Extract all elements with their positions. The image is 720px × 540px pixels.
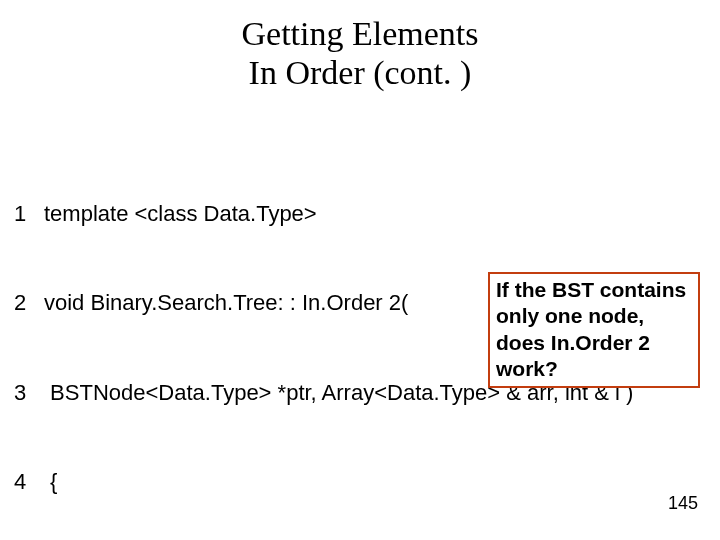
code-line: 4 {: [14, 467, 633, 497]
line-number: 3: [14, 378, 44, 408]
code-text: template <class Data.Type>: [44, 201, 317, 226]
title-line-2: In Order (cont. ): [0, 53, 720, 92]
code-line: 1template <class Data.Type>: [14, 199, 633, 229]
page-number: 145: [668, 493, 698, 514]
code-text: void Binary.Search.Tree: : In.Order 2(: [44, 290, 408, 315]
line-number: 4: [14, 467, 44, 497]
slide: Getting Elements In Order (cont. ) 1temp…: [0, 0, 720, 540]
code-text: {: [44, 469, 57, 494]
line-number: 1: [14, 199, 44, 229]
title-line-1: Getting Elements: [0, 14, 720, 53]
line-number: 2: [14, 288, 44, 318]
slide-title: Getting Elements In Order (cont. ): [0, 0, 720, 92]
callout-box: If the BST contains only one node, does …: [488, 272, 700, 388]
